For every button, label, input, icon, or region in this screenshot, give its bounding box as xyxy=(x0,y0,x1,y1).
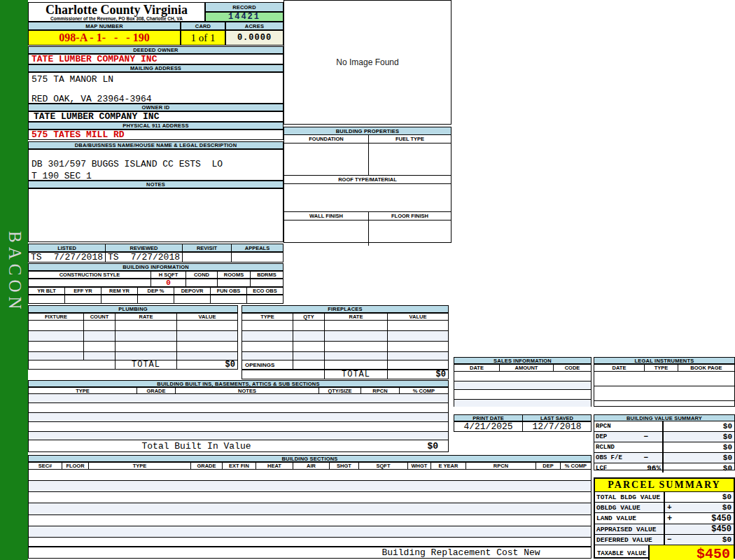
bvs-label: RCLND xyxy=(594,442,662,452)
acres-value[interactable]: 0.0000 xyxy=(225,30,284,46)
built-ins-total-row: Total Built In Value $0 xyxy=(28,440,449,452)
table-row[interactable] xyxy=(29,422,448,432)
revisit-value[interactable] xyxy=(183,253,232,262)
built-ins-rpcn-label: RPCN xyxy=(361,388,400,393)
table-row[interactable] xyxy=(29,503,591,515)
review-header-row: LISTED REVIEWED REVISIT APPEALS xyxy=(28,244,284,252)
hsqft-value[interactable]: 0 xyxy=(151,279,186,286)
cond-value[interactable] xyxy=(186,279,218,286)
fireplaces-total-value: $0 xyxy=(388,370,448,379)
fun-obs-value[interactable] xyxy=(211,295,247,303)
map-number-value[interactable]: 098-A - 1- - - 190 xyxy=(28,30,181,46)
parcel-value-cell: $0 xyxy=(664,492,734,502)
parcel-value-cell: $450 xyxy=(664,524,734,534)
reviewed-value[interactable]: TS7/27/2018 xyxy=(106,253,183,262)
sections-air-label: AIR xyxy=(293,463,330,469)
deeded-owner-label: DEEDED OWNER xyxy=(28,46,284,54)
openings-value[interactable] xyxy=(388,360,448,369)
bdrms-value[interactable] xyxy=(251,279,283,286)
table-row[interactable] xyxy=(242,331,448,342)
built-ins-total-value: $0 xyxy=(427,440,438,451)
card-label: CARD xyxy=(181,22,225,30)
dep-pct-value[interactable] xyxy=(138,295,174,303)
parcel-row: TOTAL BLDG VALUE $0 xyxy=(595,492,734,503)
rem-yr-value[interactable] xyxy=(102,295,138,303)
table-row[interactable] xyxy=(454,372,591,382)
roof-value[interactable] xyxy=(284,184,451,212)
table-row[interactable] xyxy=(29,413,448,422)
sections-sec-label: SEC# xyxy=(29,463,62,469)
openings-qty-value[interactable] xyxy=(293,360,325,369)
record-value[interactable]: 14421 xyxy=(205,12,284,22)
table-row[interactable] xyxy=(29,515,591,526)
wall-finish-value[interactable] xyxy=(284,220,369,246)
print-date-label: PRINT DATE xyxy=(454,415,523,421)
sections-dep-label: DEP xyxy=(536,463,561,469)
sections-grade-label: GRADE xyxy=(191,463,223,469)
table-row[interactable] xyxy=(29,470,591,481)
table-row[interactable] xyxy=(29,321,237,331)
owner-id-value[interactable]: TATE LUMBER COMPANY INC xyxy=(28,111,284,122)
openings-rate-value[interactable] xyxy=(325,360,388,369)
sales-date-label: DATE xyxy=(454,365,500,371)
bvs-value: $0 xyxy=(662,453,734,463)
built-ins-title: BUILDING BUILT INS, BASEMENTS, ATTICS & … xyxy=(28,380,449,387)
physical-address-value[interactable]: 575 TATES MILL RD xyxy=(28,130,284,140)
legal-description-box[interactable]: DB 301/597 BUGGS ISLAND CC ESTS LO T 190… xyxy=(28,149,284,181)
bvs-value: $0 xyxy=(662,463,734,472)
building-info-value-row2 xyxy=(28,295,284,304)
table-row[interactable] xyxy=(29,526,591,538)
foundation-value[interactable] xyxy=(284,144,369,175)
table-row[interactable] xyxy=(594,401,734,407)
construction-style-value[interactable] xyxy=(29,279,151,286)
table-row[interactable] xyxy=(454,400,591,407)
listed-value[interactable]: TS7/27/2018 xyxy=(29,253,106,262)
table-row[interactable] xyxy=(29,481,591,492)
building-sections-header-row: SEC# FLOOR TYPE GRADE EXT FIN HEAT AIR S… xyxy=(28,462,592,470)
table-row[interactable] xyxy=(594,372,734,386)
mailing-address-box[interactable]: 575 TA MANOR LN RED OAK, VA 23964-3964 xyxy=(28,72,284,104)
bvs-row-rclnd: RCLND $0 xyxy=(594,442,734,453)
photo-panel[interactable]: No Image Found xyxy=(284,0,451,125)
table-row[interactable] xyxy=(29,331,237,342)
plumbing-total-label: TOTAL xyxy=(115,360,177,369)
appeals-label: APPEALS xyxy=(232,244,283,251)
listed-by: TS xyxy=(31,252,42,262)
parcel-value-cell: − $0 xyxy=(664,535,734,545)
parcel-summary-panel: PARCEL SUMMARY TOTAL BLDG VALUE $0 OBLDG… xyxy=(594,477,735,559)
table-row[interactable] xyxy=(29,492,591,503)
appeals-value[interactable] xyxy=(232,253,283,262)
eco-obs-value[interactable] xyxy=(247,295,283,303)
card-value[interactable]: 1 of 1 xyxy=(181,30,225,46)
yr-blt-label: YR BLT xyxy=(29,288,65,294)
deeded-owner-value[interactable]: TATE LUMBER COMPANY INC xyxy=(28,54,284,64)
table-row[interactable] xyxy=(29,394,448,403)
table-row[interactable] xyxy=(29,538,591,547)
sales-title: SALES INFORMATION xyxy=(454,357,592,364)
fuel-type-value[interactable] xyxy=(369,144,451,175)
table-row[interactable] xyxy=(454,382,591,390)
floor-finish-value[interactable] xyxy=(369,220,451,246)
acres-label: ACRES xyxy=(225,22,284,30)
table-row[interactable] xyxy=(594,386,734,401)
yr-blt-value[interactable] xyxy=(29,295,65,303)
sales-amount-label: AMOUNT xyxy=(500,365,554,371)
physical-address-label: PHYSICAL 911 ADDRESS xyxy=(28,122,284,130)
table-row[interactable] xyxy=(29,342,237,352)
plumbing-total-row: TOTAL $0 xyxy=(28,360,238,370)
depovr-value[interactable] xyxy=(174,295,211,303)
table-row[interactable] xyxy=(242,321,448,331)
table-row[interactable] xyxy=(242,342,448,352)
eff-yr-value[interactable] xyxy=(65,295,102,303)
building-information-title: BUILDING INFORMATION xyxy=(28,263,284,271)
notes-box[interactable] xyxy=(28,188,284,242)
construction-style-label: CONSTRUCTION STYLE xyxy=(29,272,151,278)
table-row[interactable] xyxy=(454,390,591,400)
plumbing-total-value: $0 xyxy=(177,360,237,369)
footer-row: Building Replacement Cost New xyxy=(28,547,592,559)
fun-obs-label: FUN OBS xyxy=(211,288,247,294)
table-row[interactable] xyxy=(29,403,448,413)
plumbing-rows xyxy=(28,321,238,360)
bdrms-label: BDRMS xyxy=(251,272,283,278)
rooms-value[interactable] xyxy=(218,279,251,286)
